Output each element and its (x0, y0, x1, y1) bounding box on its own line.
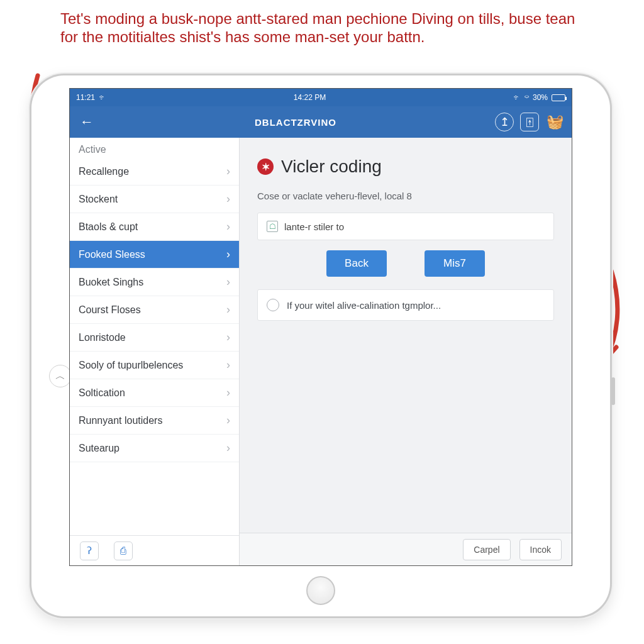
sidebar-item-label: Buoket Singhs (79, 277, 143, 288)
tablet-power-button (611, 377, 615, 405)
sidebar-item-label: Recallenge (79, 166, 129, 177)
tablet-frame: ︿ 11:21 ᯤ 14:22 PM ᯤ ⌔ 30% ← DBLACTZRVIN… (31, 75, 610, 616)
sidebar-item-5[interactable]: Courst Floses› (70, 296, 239, 324)
sidebar-item-10[interactable]: Sutearup› (70, 435, 239, 462)
main-panel: ✶ Vicler coding Cose or vaclate veheru-f… (240, 138, 572, 565)
footer-icon-2[interactable]: ⎙ (114, 541, 133, 560)
sidebar-item-9[interactable]: Runnyant loutiders› (70, 407, 239, 435)
chevron-right-icon: › (226, 414, 230, 427)
bluetooth-icon: ⌔ (525, 93, 529, 102)
status-time-center: 14:22 PM (110, 93, 509, 102)
chevron-right-icon: › (226, 192, 230, 206)
chevron-right-icon: › (226, 248, 230, 261)
page-title: ✶ Vicler coding (257, 157, 554, 177)
header-action-box-icon[interactable]: ⍐ (520, 113, 539, 131)
tablet-side-control: ︿ (49, 365, 72, 387)
page-title-badge-icon: ✶ (257, 158, 274, 175)
chevron-right-icon: › (226, 441, 230, 455)
page-title-text: Vicler coding (281, 157, 382, 177)
sidebar-item-8[interactable]: Soltication› (70, 379, 239, 407)
radio-icon[interactable] (267, 299, 279, 311)
header-action-basket-icon[interactable]: 🧺 (545, 113, 564, 131)
sidebar: Active Recallenge›Stockent›Btaols & cupt… (70, 138, 240, 565)
signal-icon: ᯤ (513, 93, 521, 102)
chevron-right-icon: › (226, 165, 230, 178)
sidebar-item-label: Sooly of tupurlbelences (79, 360, 183, 371)
cancel-button[interactable]: Carpel (463, 539, 510, 560)
sidebar-item-label: Runnyant loutiders (79, 415, 162, 426)
option-row-text: If your witel alive-calination tgmplor..… (287, 300, 441, 311)
ok-button[interactable]: Incok (519, 539, 562, 560)
chevron-right-icon: › (226, 331, 230, 344)
sidebar-footer: ʔ ⎙ (70, 535, 239, 565)
sidebar-item-label: Btaols & cupt (79, 221, 138, 233)
footer-icon-1[interactable]: ʔ (80, 541, 99, 560)
sidebar-item-label: Courst Floses (79, 304, 141, 316)
sidebar-item-2[interactable]: Btaols & cupt› (70, 213, 239, 241)
chevron-right-icon: › (226, 220, 230, 233)
battery-pct: 30% (533, 93, 548, 102)
sidebar-item-0[interactable]: Recallenge› (70, 158, 239, 186)
status-bar: 11:21 ᯤ 14:22 PM ᯤ ⌔ 30% (70, 89, 572, 106)
sidebar-item-7[interactable]: Sooly of tupurlbelences› (70, 352, 239, 379)
sidebar-section-label: Active (70, 138, 239, 158)
back-icon[interactable]: ← (77, 113, 96, 131)
chevron-right-icon: › (226, 386, 230, 399)
chevron-right-icon: › (226, 303, 230, 316)
sidebar-item-3[interactable]: Fooked Sleess› (70, 241, 239, 269)
info-card-text: lante-r stiler to (284, 221, 344, 232)
page-subtitle: Cose or vaclate veheru-flevel, local 8 (257, 191, 554, 201)
next-button[interactable]: Mis7 (425, 250, 485, 277)
screen: 11:21 ᯤ 14:22 PM ᯤ ⌔ 30% ← DBLACTZRVINO … (69, 88, 572, 566)
header-action-sync-icon[interactable]: ↥ (495, 113, 514, 131)
sidebar-item-label: Soltication (79, 387, 125, 399)
sidebar-item-1[interactable]: Stockent› (70, 186, 239, 213)
back-button[interactable]: Back (326, 250, 387, 277)
sidebar-item-label: Stockent (79, 194, 118, 205)
person-icon: ☖ (267, 221, 278, 232)
main-footer: Carpel Incok (240, 533, 572, 565)
sidebar-item-4[interactable]: Buoket Singhs› (70, 269, 239, 296)
chevron-right-icon: › (226, 358, 230, 372)
home-button[interactable] (306, 576, 335, 605)
sidebar-nav: Recallenge›Stockent›Btaols & cupt›Fooked… (70, 158, 239, 462)
battery-icon (552, 94, 565, 101)
sidebar-item-label: Lonristode (79, 332, 126, 343)
app-title: DBLACTZRVINO (103, 117, 489, 128)
option-row[interactable]: If your witel alive-calination tgmplor..… (257, 289, 554, 321)
info-card[interactable]: ☖ lante-r stiler to (257, 213, 554, 240)
chevron-right-icon: › (226, 275, 230, 289)
sidebar-item-6[interactable]: Lonristode› (70, 324, 239, 352)
sidebar-item-label: Sutearup (79, 443, 119, 454)
instruction-caption: Tet's moding a busk-nope antt-stared man… (60, 10, 584, 47)
status-time-left: 11:21 (76, 93, 95, 102)
sidebar-item-label: Fooked Sleess (79, 249, 145, 260)
wifi-icon: ᯤ (99, 93, 106, 102)
app-header: ← DBLACTZRVINO ↥ ⍐ 🧺 (70, 106, 572, 138)
